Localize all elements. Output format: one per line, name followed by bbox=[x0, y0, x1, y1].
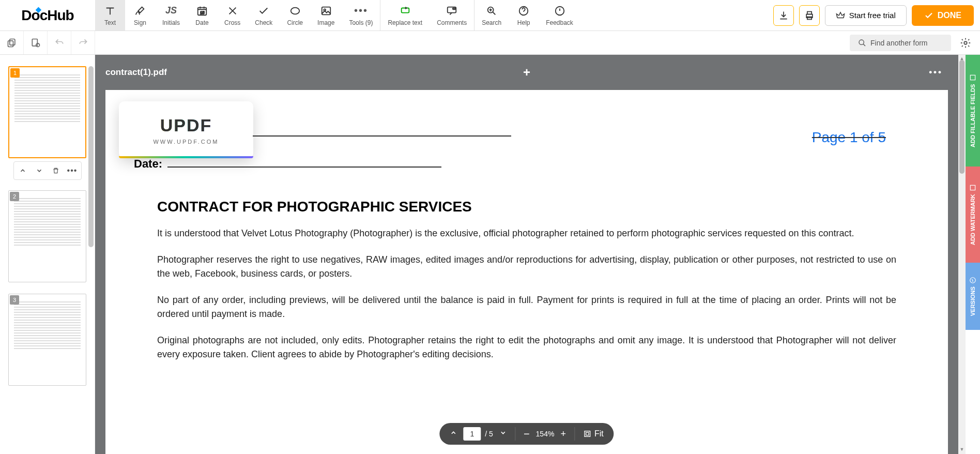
page-gear-icon bbox=[30, 38, 41, 48]
text-tool[interactable]: Text bbox=[95, 0, 125, 31]
scrollbar-thumb[interactable] bbox=[959, 60, 964, 174]
redo-button[interactable] bbox=[71, 31, 95, 54]
check-tool-label: Check bbox=[255, 19, 272, 26]
watermark-icon bbox=[969, 184, 976, 191]
svg-point-16 bbox=[36, 43, 39, 47]
dots-icon: ••• bbox=[67, 166, 78, 175]
pages-panel-toggle[interactable] bbox=[0, 31, 24, 54]
header-line bbox=[253, 135, 511, 137]
page-down-button[interactable] bbox=[497, 427, 509, 441]
page-settings-button[interactable] bbox=[24, 31, 48, 54]
zoom-out-button[interactable]: − bbox=[522, 426, 532, 442]
help-tool[interactable]: Help bbox=[509, 0, 539, 31]
thumbnail-actions: ••• bbox=[13, 161, 82, 180]
zoom-controls: 1 / 5 − 154% + Fit bbox=[439, 423, 614, 445]
document-filename: contract(1).pdf bbox=[105, 67, 167, 78]
thumbnail-page-1[interactable]: 1 bbox=[8, 66, 86, 158]
circle-icon bbox=[289, 5, 301, 17]
feedback-icon bbox=[554, 5, 565, 17]
image-icon bbox=[320, 5, 332, 17]
page-up-button[interactable] bbox=[448, 427, 459, 441]
fit-label: Fit bbox=[594, 429, 604, 438]
search-tool[interactable]: Search bbox=[474, 0, 509, 31]
svg-text:15: 15 bbox=[200, 10, 204, 14]
image-tool[interactable]: Image bbox=[310, 0, 342, 31]
svg-rect-14 bbox=[8, 40, 13, 47]
date-tool[interactable]: 15 Date bbox=[187, 0, 217, 31]
tab-label: VERSIONS bbox=[970, 287, 976, 316]
search-icon bbox=[486, 5, 497, 17]
thumb-move-down[interactable] bbox=[33, 164, 46, 177]
form-icon bbox=[969, 74, 976, 81]
circle-tool[interactable]: Circle bbox=[280, 0, 310, 31]
svg-rect-19 bbox=[585, 431, 590, 437]
app-logo[interactable]: Do◆cHub bbox=[0, 7, 95, 24]
feedback-tool[interactable]: Feedback bbox=[539, 0, 580, 31]
svg-point-18 bbox=[964, 41, 967, 44]
cross-tool[interactable]: Cross bbox=[217, 0, 248, 31]
add-watermark-tab[interactable]: ADD WATERMARK bbox=[966, 167, 980, 263]
sign-icon bbox=[134, 5, 146, 17]
svg-rect-7 bbox=[453, 8, 456, 9]
check-icon bbox=[258, 5, 269, 17]
help-label: Help bbox=[517, 19, 530, 26]
comments-label: Comments bbox=[437, 19, 467, 26]
check-tool[interactable]: Check bbox=[248, 0, 280, 31]
initials-tool-label: Initials bbox=[162, 19, 180, 26]
thumb-delete[interactable] bbox=[49, 164, 63, 177]
thumb-more[interactable]: ••• bbox=[66, 164, 79, 177]
help-icon bbox=[518, 5, 529, 17]
search-label: Search bbox=[482, 19, 501, 26]
tools-menu[interactable]: ••• Tools (9) bbox=[342, 0, 380, 31]
chevron-up-icon bbox=[19, 167, 26, 174]
zoom-in-button[interactable]: + bbox=[558, 427, 568, 442]
circle-tool-label: Circle bbox=[287, 19, 303, 26]
thumbnail-page-3[interactable]: 3 bbox=[8, 294, 86, 386]
watermark-name: UPDF bbox=[158, 115, 215, 135]
page-number-input[interactable]: 1 bbox=[463, 427, 481, 441]
thumbnail-panel: 1 ••• 2 3 bbox=[0, 55, 95, 454]
thumbnail-scrollbar[interactable] bbox=[88, 66, 94, 247]
find-form-button[interactable]: Find another form bbox=[850, 35, 951, 51]
add-fillable-fields-tab[interactable]: ADD FILLABLE FIELDS bbox=[966, 55, 980, 167]
versions-tab[interactable]: VERSIONS bbox=[966, 263, 980, 330]
fit-button[interactable]: Fit bbox=[581, 427, 606, 441]
cross-tool-label: Cross bbox=[224, 19, 240, 26]
paragraph: Original photographs are not included, o… bbox=[157, 334, 896, 361]
watermark-badge: UPDF WWW.UPDF.COM bbox=[119, 101, 253, 158]
thumb-move-up[interactable] bbox=[16, 164, 29, 177]
thumb-number: 2 bbox=[10, 192, 19, 201]
document-more-button[interactable]: ••• bbox=[929, 67, 943, 78]
replace-icon bbox=[400, 5, 411, 17]
calendar-icon: 15 bbox=[196, 5, 208, 17]
scroll-down-arrow[interactable]: ▼ bbox=[959, 447, 965, 453]
gear-icon bbox=[960, 37, 971, 49]
comments-tool[interactable]: Comments bbox=[430, 0, 474, 31]
svg-rect-11 bbox=[807, 11, 811, 14]
undo-button[interactable] bbox=[48, 31, 71, 54]
image-tool-label: Image bbox=[317, 19, 334, 26]
settings-button[interactable] bbox=[956, 34, 975, 52]
initials-tool[interactable]: JS Initials bbox=[155, 0, 187, 31]
fit-icon bbox=[583, 430, 591, 438]
tools-menu-label: Tools (9) bbox=[349, 19, 373, 26]
thumbnail-page-2[interactable]: 2 bbox=[8, 190, 86, 282]
svg-rect-15 bbox=[32, 39, 37, 46]
start-trial-button[interactable]: Start free trial bbox=[825, 5, 907, 26]
svg-rect-13 bbox=[9, 39, 14, 45]
sign-tool[interactable]: Sign bbox=[125, 0, 155, 31]
undo-icon bbox=[54, 38, 65, 48]
document-page[interactable]: UPDF WWW.UPDF.COM Page 1 of 5 Date: CONT… bbox=[105, 90, 948, 454]
canvas-scrollbar[interactable]: ▲ ▼ bbox=[958, 55, 966, 454]
download-button[interactable] bbox=[773, 5, 794, 26]
add-page-button[interactable]: + bbox=[523, 65, 530, 80]
print-button[interactable] bbox=[799, 5, 820, 26]
redo-icon bbox=[78, 38, 88, 48]
paragraph: It is understood that Velvet Lotus Photo… bbox=[157, 226, 896, 240]
page-total: / 5 bbox=[485, 430, 493, 438]
svg-rect-20 bbox=[970, 75, 975, 80]
document-heading: CONTRACT FOR PHOTOGRAPHIC SERVICES bbox=[157, 199, 896, 215]
replace-text-tool[interactable]: Replace text bbox=[380, 0, 430, 31]
pages-icon bbox=[7, 38, 17, 48]
done-button[interactable]: DONE bbox=[912, 5, 974, 26]
